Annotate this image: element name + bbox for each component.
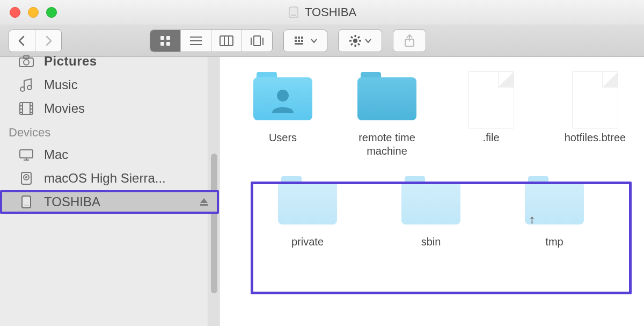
finder-window: TOSHIBA	[0, 0, 644, 326]
sidebar-item-movies[interactable]: Movies	[0, 97, 219, 120]
title-bar: TOSHIBA	[0, 0, 644, 25]
svg-rect-1	[291, 15, 296, 16]
view-switcher	[150, 30, 273, 52]
user-silhouette-icon	[268, 86, 298, 116]
svg-rect-4	[160, 42, 164, 46]
item-hotfiles-btree[interactable]: hotfiles.btree	[547, 74, 643, 158]
file-icon	[563, 74, 627, 126]
svg-rect-0	[289, 7, 298, 18]
back-button[interactable]	[9, 30, 35, 52]
sidebar-item-label: Movies	[44, 101, 211, 116]
item-dot-file[interactable]: .file	[443, 74, 539, 158]
action-group	[338, 30, 382, 52]
list-view-button[interactable]	[181, 30, 211, 52]
sidebar-item-high-sierra[interactable]: macOS High Sierra...	[0, 166, 219, 190]
svg-rect-35	[24, 56, 29, 59]
sidebar-item-mac[interactable]: Mac	[0, 143, 219, 166]
item-label: hotfiles.btree	[565, 131, 626, 144]
window-title-text: TOSHIBA	[305, 5, 356, 19]
item-label: tmp	[545, 235, 563, 249]
item-label: remote time machine	[339, 131, 435, 158]
column-view-button[interactable]	[211, 30, 242, 52]
file-icon	[459, 74, 523, 126]
window-title: TOSHIBA	[0, 0, 644, 25]
gallery-view-button[interactable]	[242, 30, 272, 52]
film-icon	[17, 102, 35, 115]
action-button[interactable]	[339, 30, 382, 52]
nav-buttons	[9, 30, 62, 52]
svg-rect-20	[301, 40, 303, 42]
item-sbin[interactable]: sbin	[383, 178, 479, 249]
svg-rect-17	[301, 37, 303, 39]
svg-rect-18	[295, 40, 297, 42]
svg-rect-9	[220, 36, 233, 46]
volume-icon	[288, 6, 299, 19]
svg-point-52	[26, 177, 27, 178]
folder-icon	[399, 178, 463, 230]
sidebar: Pictures Music	[0, 57, 219, 326]
sidebar-item-pictures[interactable]: Pictures	[0, 49, 219, 73]
share-group	[393, 30, 426, 52]
item-label: .file	[482, 131, 499, 144]
svg-line-28	[358, 44, 360, 45]
item-label: Users	[269, 131, 297, 144]
sidebar-item-label: Pictures	[44, 54, 211, 69]
svg-rect-19	[298, 40, 300, 42]
svg-rect-5	[166, 42, 170, 46]
sidebar-section-devices: Devices	[0, 120, 219, 143]
arrange-group	[283, 30, 327, 52]
svg-rect-54	[24, 205, 29, 206]
content-area[interactable]: Users remote time machine .file	[219, 57, 644, 326]
folder-icon	[275, 178, 340, 230]
svg-rect-15	[295, 37, 297, 39]
window-body: Pictures Music	[0, 57, 644, 326]
folder-icon: ➚	[522, 178, 587, 230]
minimize-window-button[interactable]	[28, 7, 39, 18]
sidebar-item-label: macOS High Sierra...	[44, 171, 211, 186]
sidebar-item-music[interactable]: Music	[0, 73, 219, 97]
svg-point-22	[353, 39, 357, 43]
share-button[interactable]	[393, 30, 426, 52]
svg-point-56	[277, 90, 289, 102]
camera-icon	[17, 55, 35, 68]
item-users[interactable]: Users	[235, 74, 331, 158]
eject-icon[interactable]	[196, 197, 211, 207]
sidebar-item-label: Mac	[44, 147, 211, 162]
item-private[interactable]: private	[259, 178, 356, 249]
sidebar-item-label: Music	[44, 77, 211, 92]
item-tmp[interactable]: ➚ tmp	[506, 178, 603, 249]
folder-icon	[355, 74, 419, 126]
svg-line-30	[351, 44, 353, 45]
icon-grid-row1: Users remote time machine .file	[219, 57, 644, 175]
svg-rect-16	[298, 37, 300, 39]
zoom-window-button[interactable]	[46, 7, 57, 18]
icon-grid-row2: private sbin ➚ tmp	[219, 175, 644, 249]
svg-rect-3	[166, 36, 170, 40]
svg-rect-47	[20, 150, 33, 158]
svg-line-29	[358, 37, 360, 38]
hdd-icon	[17, 171, 35, 186]
arrange-button[interactable]	[284, 30, 327, 52]
item-remote-time-machine[interactable]: remote time machine	[339, 74, 435, 158]
monitor-icon	[17, 148, 35, 161]
svg-rect-55	[200, 204, 208, 206]
svg-rect-12	[254, 36, 260, 46]
forward-button[interactable]	[35, 30, 61, 52]
svg-point-34	[24, 60, 29, 65]
item-label: private	[291, 235, 324, 249]
svg-rect-2	[160, 36, 164, 40]
svg-rect-21	[295, 43, 303, 45]
sidebar-item-toshiba[interactable]: TOSHIBA	[0, 190, 219, 214]
item-label: sbin	[421, 235, 441, 249]
icon-view-button[interactable]	[150, 30, 181, 52]
folder-icon	[251, 74, 315, 126]
close-window-button[interactable]	[10, 7, 20, 18]
svg-line-27	[351, 37, 353, 38]
music-icon	[17, 77, 35, 92]
window-controls	[10, 7, 57, 18]
sidebar-item-label: TOSHIBA	[44, 194, 188, 209]
external-drive-icon	[17, 194, 35, 209]
